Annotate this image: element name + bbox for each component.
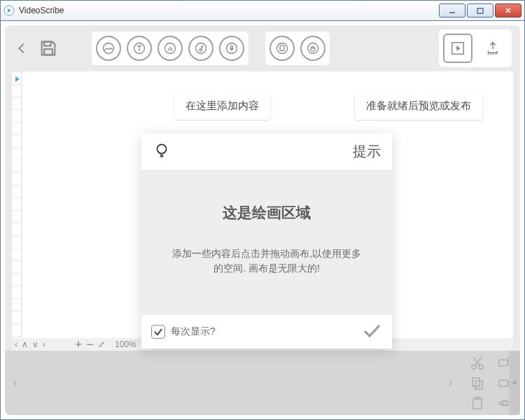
svg-point-17 [227,43,237,54]
dialog-heading: 这是绘画区域 [155,203,378,223]
publish-button[interactable] [478,34,507,63]
add-music-button[interactable] [188,36,214,61]
svg-point-15 [196,43,206,54]
svg-rect-34 [499,380,507,386]
close-button[interactable] [495,4,522,18]
nav-left-icon[interactable]: ‹ [15,340,18,349]
save-button[interactable] [36,36,61,61]
zoom-out-icon[interactable]: − [87,337,94,352]
checkbox-label: 每次显示? [171,326,216,338]
toolbar [5,25,520,71]
titlebar: VideoScribe [0,0,525,21]
svg-point-22 [308,43,318,54]
back-button[interactable] [13,36,30,61]
preview-button[interactable] [443,34,472,63]
show-every-time-checkbox[interactable]: 每次显示? [151,325,216,339]
dialog-title: 提示 [353,142,381,161]
zoom-in-icon[interactable]: + [75,337,83,352]
timeline-track[interactable] [26,351,440,415]
svg-point-16 [200,49,202,51]
svg-rect-29 [499,360,507,366]
nav-up-icon[interactable]: ∧ [22,340,28,349]
add-voiceover-button[interactable] [219,36,244,61]
timeline-scroll-left[interactable]: ‹ [5,351,26,415]
clipboard-icon[interactable] [464,393,490,412]
dialog-body-line1: 添加一些内容后点击并拖动画布,以使用更多 [172,248,361,259]
svg-point-7 [104,43,114,54]
svg-point-38 [158,144,167,153]
hint-dialog: 提示 这是绘画区域 添加一些内容后点击并拖动画布,以使用更多 的空间. 画布是无… [141,133,392,349]
timeline-scroll-right[interactable]: › [440,351,461,415]
add-image-button[interactable] [96,36,121,61]
tooltip-preview-publish-text: 准备就绪后预览或发布 [366,99,471,111]
svg-rect-32 [472,378,479,386]
nav-down-icon[interactable]: ∨ [32,340,38,349]
add-chart-button[interactable] [158,36,183,61]
content-tools-group [92,31,248,65]
checkbox-icon [151,325,165,339]
svg-rect-6 [44,49,52,55]
zoom-fit-icon[interactable]: ⤢ [98,340,105,349]
window-title: VideoScribe [19,6,439,15]
tooltip-add-content: 在这里添加内容 [174,92,270,120]
canvas-tools-group [265,31,330,65]
add-text-button[interactable] [127,36,152,61]
paper-settings-button[interactable] [270,36,295,61]
svg-point-37 [503,401,507,405]
copy-icon[interactable] [464,374,490,393]
minimize-button[interactable] [439,4,465,18]
svg-rect-21 [280,46,284,51]
confirm-button[interactable] [361,320,382,344]
ruler-vertical [12,71,22,338]
output-group [439,29,512,67]
svg-point-20 [277,43,288,54]
app-icon [4,5,15,16]
svg-rect-33 [475,381,482,389]
cut-icon[interactable] [464,354,490,372]
side-tab[interactable]: ≡ [509,351,520,415]
timeline-panel: ‹ › ≡ [5,351,520,415]
tooltip-preview-publish: 准备就绪后预览或发布 [355,92,482,120]
svg-rect-5 [44,42,50,46]
lightbulb-icon [153,141,171,162]
hand-tool-button[interactable] [300,36,326,61]
zoom-level: 100% [115,340,136,349]
tooltip-add-content-text: 在这里添加内容 [186,99,259,111]
maximize-button[interactable] [467,4,493,18]
svg-rect-18 [231,46,233,49]
dialog-body-line2: 的空间. 画布是无限大的! [214,262,320,274]
nav-right-icon[interactable]: › [43,340,46,349]
svg-rect-2 [477,8,483,13]
